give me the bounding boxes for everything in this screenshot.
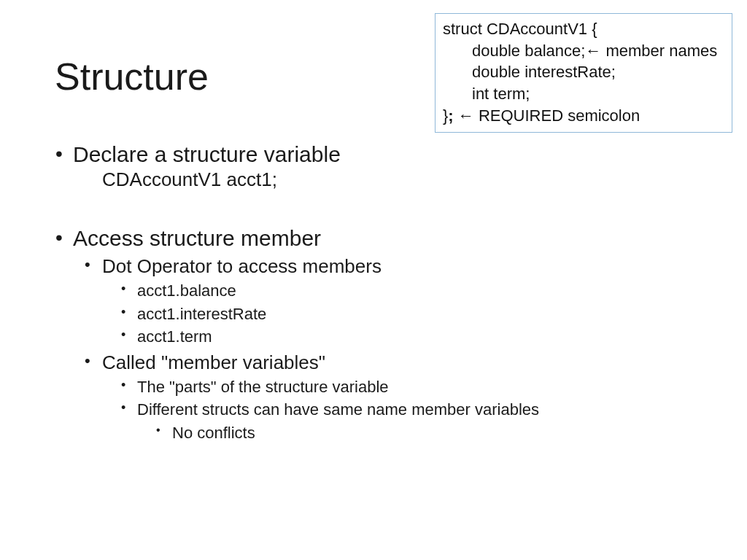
bullet-member-variables: Called "member variables" The "parts" of… [73, 351, 671, 443]
code-line-2: double balance;← member names [443, 40, 724, 62]
list-item: The "parts" of the structure variable [102, 377, 671, 397]
code-text: double balance; [472, 42, 585, 60]
slide-body: Declare a structure variable CDAccountV1… [73, 142, 671, 447]
list-item: acct1.term [102, 327, 671, 347]
code-annotation: member names [601, 42, 717, 60]
bullet-text: Access structure member [73, 226, 321, 250]
code-line-4: int term; [443, 83, 724, 105]
bullet-text: Dot Operator to access members [102, 255, 382, 277]
semicolon: ; [448, 106, 453, 125]
slide-title: Structure [55, 55, 209, 98]
code-example-box: struct CDAccountV1 { double balance;← me… [435, 13, 732, 133]
bullet-subtext: CDAccountV1 acct1; [73, 168, 671, 191]
code-line-3: double interestRate; [443, 61, 724, 83]
bullet-access: Access structure member Dot Operator to … [73, 226, 671, 443]
bullet-declare: Declare a structure variable CDAccountV1… [73, 142, 671, 191]
list-item: acct1.interestRate [102, 304, 671, 324]
code-line-1: struct CDAccountV1 { [443, 18, 724, 40]
arrow-left-icon: ← [458, 105, 474, 127]
bullet-text: Called "member variables" [102, 351, 325, 373]
list-item: No conflicts [137, 423, 671, 443]
code-annotation: REQUIRED semicolon [474, 106, 640, 125]
bullet-dot-operator: Dot Operator to access members acct1.bal… [73, 255, 671, 347]
list-item: acct1.balance [102, 281, 671, 301]
slide: Structure struct CDAccountV1 { double ba… [0, 0, 747, 560]
code-line-5: }; ← REQUIRED semicolon [443, 105, 724, 127]
list-item: Different structs can have same name mem… [102, 400, 671, 443]
arrow-left-icon: ← [585, 40, 601, 62]
bullet-text: Different structs can have same name mem… [137, 400, 539, 419]
bullet-text: Declare a structure variable [73, 142, 341, 166]
